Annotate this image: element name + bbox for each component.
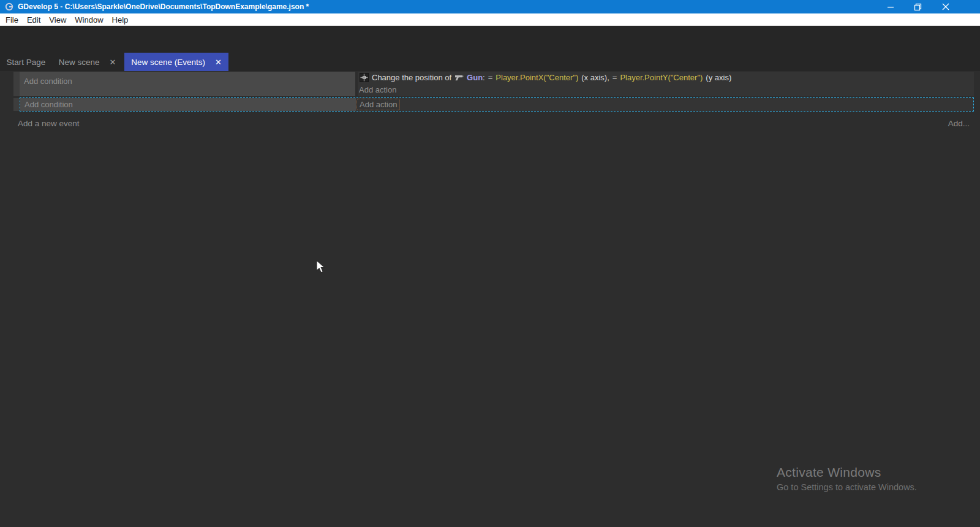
gdevelop-logo-icon	[5, 2, 13, 11]
minimize-button[interactable]	[876, 0, 905, 13]
operator: =	[612, 73, 617, 82]
object-name: Gun	[467, 73, 483, 82]
close-icon	[942, 3, 949, 10]
event-row: Add condition Change the position of Gun…	[20, 72, 974, 96]
menubar: File Edit View Window Help	[0, 13, 980, 26]
action-object: Gun:	[467, 73, 485, 82]
gun-thumbnail-icon	[454, 74, 464, 82]
restore-icon	[914, 3, 922, 11]
window-title: GDevelop 5 - C:\Users\Sparkle\OneDrive\D…	[18, 2, 309, 11]
tab-new-scene[interactable]: New scene ✕	[52, 53, 123, 71]
event-gutter[interactable]	[13, 72, 20, 96]
conditions-column[interactable]: Add condition	[20, 72, 355, 96]
events-sheet: Add condition Change the position of Gun…	[0, 71, 980, 527]
menu-window[interactable]: Window	[70, 13, 107, 26]
position-icon	[360, 73, 369, 82]
event-gutter[interactable]	[13, 98, 20, 111]
add-new-event-link[interactable]: Add a new event	[18, 119, 80, 128]
axis-label-y: (y axis)	[706, 73, 731, 82]
mouse-cursor	[316, 260, 327, 277]
axis-label-x: (x axis),	[581, 73, 609, 82]
tabbar: Start Page New scene ✕ New scene (Events…	[0, 53, 980, 71]
watermark-subtitle: Go to Settings to activate Windows.	[777, 482, 917, 492]
tab-label: Start Page	[7, 58, 46, 67]
menu-file[interactable]: File	[1, 13, 23, 26]
action-item[interactable]: Change the position of Gun: = Player.Poi…	[358, 72, 974, 82]
activate-windows-watermark: Activate Windows Go to Settings to activ…	[777, 465, 917, 492]
add-condition-link[interactable]: Add condition	[24, 100, 73, 109]
tab-label: New scene	[59, 58, 100, 67]
add-condition-link[interactable]: Add condition	[24, 77, 72, 86]
add-action-link[interactable]: Add action	[356, 99, 400, 110]
restore-button[interactable]	[903, 0, 932, 13]
menu-view[interactable]: View	[45, 13, 70, 26]
tab-close-icon[interactable]: ✕	[109, 58, 116, 66]
menu-edit[interactable]: Edit	[23, 13, 45, 26]
operator: =	[488, 73, 493, 82]
tab-label: New scene (Events)	[131, 58, 205, 67]
expression-x: Player.PointX("Center")	[496, 73, 578, 82]
toolbar	[0, 26, 980, 53]
conditions-column[interactable]: Add condition	[20, 98, 356, 111]
watermark-title: Activate Windows	[777, 465, 917, 480]
minimize-icon	[887, 3, 894, 10]
actions-column[interactable]: Change the position of Gun: = Player.Poi…	[358, 72, 974, 96]
menu-help[interactable]: Help	[108, 13, 133, 26]
add-button[interactable]: Add...	[948, 119, 970, 128]
tab-new-scene-events[interactable]: New scene (Events) ✕	[124, 53, 228, 71]
event-row-selected[interactable]: Add condition Add action	[20, 97, 974, 112]
tab-close-icon[interactable]: ✕	[215, 58, 222, 66]
tab-start-page[interactable]: Start Page	[0, 53, 52, 71]
actions-column[interactable]: Add action	[356, 98, 973, 111]
close-button[interactable]	[932, 0, 960, 13]
expression-y: Player.PointY("Center")	[620, 73, 703, 82]
add-action-link[interactable]: Add action	[359, 85, 396, 94]
titlebar: GDevelop 5 - C:\Users\Sparkle\OneDrive\D…	[0, 0, 980, 13]
action-text: Change the position of	[372, 73, 451, 82]
